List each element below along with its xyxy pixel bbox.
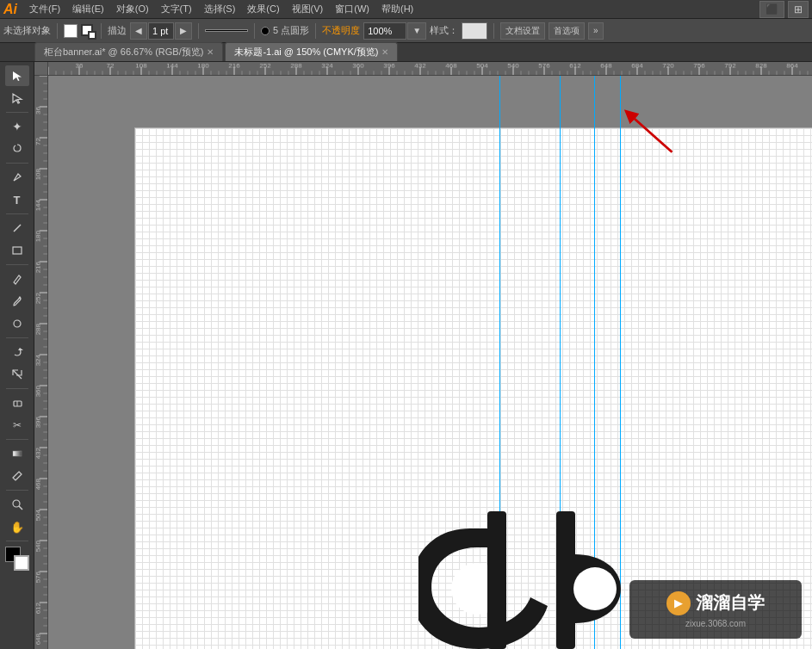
arrange-button[interactable]: ⊞: [788, 1, 809, 18]
rotate-tool[interactable]: [5, 342, 29, 362]
ruler-top-canvas: [48, 62, 812, 75]
selection-label: 未选择对象: [3, 24, 51, 37]
scissors-tool[interactable]: ✂: [5, 415, 29, 436]
style-label: 样式：: [430, 24, 458, 37]
eyedropper-tool[interactable]: [5, 466, 29, 486]
brush-tool[interactable]: [5, 291, 29, 312]
ruler-left: [34, 76, 48, 649]
selection-tool[interactable]: [5, 65, 29, 86]
rectangle-tool[interactable]: [5, 240, 29, 261]
menu-help[interactable]: 帮助(H): [376, 1, 418, 17]
direct-selection-tool[interactable]: [5, 88, 29, 108]
options-bar: 未选择对象 描边 ◀ 1 pt ▶ 5 点圆形 不透明度 100% ▼ 样式： …: [0, 19, 812, 43]
menu-bar: Ai 文件(F) 编辑(E) 对象(O) 文字(T) 选择(S) 效果(C) 视…: [0, 0, 812, 19]
menu-object[interactable]: 对象(O): [111, 1, 154, 17]
menu-view[interactable]: 视图(V): [287, 1, 329, 17]
tool-sep-6: [6, 388, 28, 389]
stroke-label: 描边: [108, 24, 127, 37]
stroke-value-field[interactable]: 1 pt: [148, 22, 174, 40]
tool-sep-1: [6, 112, 28, 113]
divider-3: [198, 23, 199, 39]
tab-untitled[interactable]: 未标题-1.ai @ 150% (CMYK/预览) ✕: [225, 42, 398, 61]
menu-edit[interactable]: 编辑(E): [67, 1, 109, 17]
screen-mode-button[interactable]: ⬛: [759, 1, 784, 18]
svg-rect-2: [13, 247, 22, 254]
svg-marker-4: [18, 348, 23, 350]
divider-6: [493, 23, 494, 39]
menu-effect[interactable]: 效果(C): [242, 1, 284, 17]
divider-5: [315, 23, 316, 39]
style-preview[interactable]: [462, 22, 487, 40]
grid-overlay: [135, 128, 812, 649]
canvas-viewport[interactable]: ▶ 溜溜自学 zixue.3068.com: [48, 76, 812, 649]
pencil-tool[interactable]: [5, 269, 29, 289]
blob-brush-tool[interactable]: [5, 313, 29, 334]
tool-sep-4: [6, 264, 28, 265]
tool-sep-7: [6, 439, 28, 440]
preferences-button[interactable]: 首选项: [549, 22, 585, 40]
opacity-arrow[interactable]: ▼: [407, 22, 426, 40]
divider-1: [57, 23, 58, 39]
ruler-corner: [34, 62, 48, 76]
points-label: 5 点圆形: [273, 24, 309, 37]
svg-point-3: [14, 320, 21, 327]
extra-button[interactable]: »: [588, 22, 604, 40]
scale-tool[interactable]: [5, 364, 29, 385]
svg-line-5: [13, 370, 22, 379]
tab-close-untitled[interactable]: ✕: [381, 47, 388, 57]
stroke-up-button[interactable]: ▶: [175, 22, 192, 40]
document-canvas: [134, 127, 812, 649]
main-area: ✦ T: [0, 62, 812, 649]
opacity-label: 不透明度: [322, 24, 360, 37]
tab-banner[interactable]: 柜台banner.ai* @ 66.67% (RGB/预览) ✕: [34, 42, 223, 61]
tool-sep-2: [6, 163, 28, 164]
magic-wand-tool[interactable]: ✦: [5, 116, 29, 137]
divider-4: [254, 23, 255, 39]
divider-2: [101, 23, 102, 39]
stroke-preview: [205, 29, 248, 32]
zoom-tool[interactable]: [5, 494, 29, 515]
menu-type[interactable]: 文字(T): [156, 1, 197, 17]
svg-line-1: [14, 225, 21, 232]
color-selector[interactable]: [5, 547, 29, 571]
line-tool[interactable]: [5, 218, 29, 238]
dot-indicator: [261, 27, 270, 35]
menu-window[interactable]: 窗口(W): [330, 1, 375, 17]
svg-rect-8: [13, 451, 22, 456]
svg-line-0: [14, 179, 15, 181]
watermark-top: ▶ 溜溜自学: [666, 591, 765, 615]
lasso-tool[interactable]: [5, 139, 29, 159]
stroke-swatch[interactable]: [14, 555, 29, 571]
menu-select[interactable]: 选择(S): [199, 1, 241, 17]
canvas-area[interactable]: ▶ 溜溜自学 zixue.3068.com: [34, 62, 812, 649]
tool-sep-3: [6, 213, 28, 214]
tool-sep-5: [6, 337, 28, 338]
doc-settings-button[interactable]: 文档设置: [500, 22, 545, 40]
app-logo: Ai: [3, 2, 17, 17]
watermark-brand: 溜溜自学: [696, 591, 765, 615]
tab-close-banner[interactable]: ✕: [207, 47, 214, 57]
fill-color-box[interactable]: [64, 24, 77, 38]
toolbox: ✦ T: [0, 62, 34, 649]
watermark-overlay: ▶ 溜溜自学 zixue.3068.com: [629, 580, 802, 639]
stroke-color-indicator[interactable]: [81, 24, 95, 38]
watermark-play-icon: ▶: [666, 591, 691, 615]
svg-point-9: [13, 500, 20, 507]
menu-file[interactable]: 文件(F): [24, 1, 65, 17]
watermark-url: zixue.3068.com: [685, 619, 746, 628]
ruler-left-canvas: [34, 76, 47, 649]
eraser-tool[interactable]: [5, 392, 29, 413]
pen-tool[interactable]: [5, 167, 29, 188]
tool-sep-8: [6, 490, 28, 491]
svg-line-10: [19, 506, 22, 510]
document-tabs: 柜台banner.ai* @ 66.67% (RGB/预览) ✕ 未标题-1.a…: [0, 43, 812, 62]
ruler-top: [48, 62, 812, 76]
gradient-tool[interactable]: [5, 443, 29, 464]
opacity-value-field[interactable]: 100%: [363, 22, 406, 40]
stroke-down-button[interactable]: ◀: [130, 22, 147, 40]
hand-tool[interactable]: ✋: [5, 516, 29, 537]
type-tool[interactable]: T: [5, 189, 29, 210]
tool-sep-9: [6, 541, 28, 541]
